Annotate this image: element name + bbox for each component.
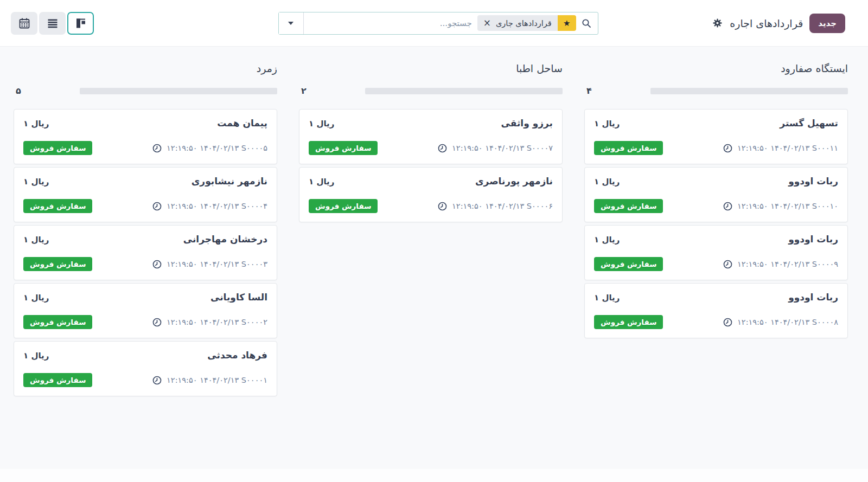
card-amount: ۱ ریال [23, 177, 49, 187]
bottom-scroll-area[interactable] [0, 469, 868, 482]
column-progress-row: ۲ [299, 86, 563, 96]
card-bottom-row: ۱۲:۱۹:۵۰ ۱۴۰۴/۰۲/۱۳ S۰۰۰۰۶ سفارش فروش [309, 199, 553, 213]
calendar-view-button[interactable] [11, 12, 37, 35]
kanban-card[interactable]: درخشان مهاجرانی ۱ ریال ۱۲:۱۹:۵۰ ۱۴۰۴/۰۲/… [14, 225, 277, 280]
kanban-card[interactable]: السا کاویانی ۱ ریال ۱۲:۱۹:۵۰ ۱۴۰۴/۰۲/۱۳ … [14, 283, 277, 338]
card-ref-group: ۱۲:۱۹:۵۰ ۱۴۰۴/۰۲/۱۳ S۰۰۰۱۰ [723, 202, 838, 211]
kanban-card[interactable]: نازمهر نیشابوری ۱ ریال ۱۲:۱۹:۵۰ ۱۴۰۴/۰۲/… [14, 167, 277, 222]
kanban-card[interactable]: ربات اودوو ۱ ریال ۱۲:۱۹:۵۰ ۱۴۰۴/۰۲/۱۳ S۰… [584, 167, 848, 222]
clock-icon [152, 260, 162, 269]
card-datetime-ref: ۱۲:۱۹:۵۰ ۱۴۰۴/۰۲/۱۳ S۰۰۰۰۴ [167, 202, 267, 210]
sales-order-badge[interactable]: سفارش فروش [594, 141, 663, 155]
column-title[interactable]: زمرد [14, 62, 277, 74]
kanban-card[interactable]: برزو واثقی ۱ ریال ۱۲:۱۹:۵۰ ۱۴۰۴/۰۲/۱۳ S۰… [299, 109, 563, 164]
kanban-icon [75, 17, 87, 29]
card-top-row: ربات اودوو ۱ ریال [594, 292, 838, 303]
header-title-group: جدید قراردادهای اجاره [712, 14, 845, 33]
card-amount: ۱ ریال [23, 351, 49, 361]
sales-order-badge[interactable]: سفارش فروش [23, 257, 92, 271]
card-top-row: درخشان مهاجرانی ۱ ریال [23, 234, 267, 245]
sales-order-badge[interactable]: سفارش فروش [309, 199, 378, 213]
card-customer-name: نازمهر نیشابوری [192, 176, 267, 187]
sales-order-badge[interactable]: سفارش فروش [594, 257, 663, 271]
card-ref-group: ۱۲:۱۹:۵۰ ۱۴۰۴/۰۲/۱۳ S۰۰۰۰۳ [152, 260, 267, 269]
card-customer-name: نازمهر پورناصری [475, 176, 553, 187]
caret-down-icon [288, 22, 293, 25]
settings-button[interactable] [712, 17, 723, 29]
card-ref-group: ۱۲:۱۹:۵۰ ۱۴۰۴/۰۲/۱۳ S۰۰۰۰۴ [152, 202, 267, 211]
card-datetime-ref: ۱۲:۱۹:۵۰ ۱۴۰۴/۰۲/۱۳ S۰۰۰۰۲ [167, 318, 267, 326]
card-customer-name: درخشان مهاجرانی [183, 234, 267, 245]
kanban-card[interactable]: ربات اودوو ۱ ریال ۱۲:۱۹:۵۰ ۱۴۰۴/۰۲/۱۳ S۰… [584, 283, 848, 338]
card-amount: ۱ ریال [594, 119, 620, 128]
facet-body: قراردادهای جاری × [477, 15, 558, 31]
card-amount: ۱ ریال [594, 177, 620, 187]
column-progress-bar[interactable] [365, 88, 563, 94]
card-datetime-ref: ۱۲:۱۹:۵۰ ۱۴۰۴/۰۲/۱۳ S۰۰۰۰۹ [737, 260, 838, 268]
column-progress-bar[interactable] [650, 88, 848, 94]
kanban-card[interactable]: نازمهر پورناصری ۱ ریال ۱۲:۱۹:۵۰ ۱۴۰۴/۰۲/… [299, 167, 563, 222]
column-title[interactable]: ساحل اطبا [299, 62, 563, 74]
sales-order-badge[interactable]: سفارش فروش [23, 141, 92, 155]
card-top-row: نازمهر پورناصری ۱ ریال [309, 176, 553, 187]
card-datetime-ref: ۱۲:۱۹:۵۰ ۱۴۰۴/۰۲/۱۳ S۰۰۰۰۶ [452, 202, 553, 210]
sales-order-badge[interactable]: سفارش فروش [594, 199, 663, 213]
search-input[interactable] [304, 12, 477, 34]
search-icon [582, 18, 591, 28]
card-datetime-ref: ۱۲:۱۹:۵۰ ۱۴۰۴/۰۲/۱۳ S۰۰۰۰۵ [167, 144, 267, 152]
card-bottom-row: ۱۲:۱۹:۵۰ ۱۴۰۴/۰۲/۱۳ S۰۰۰۰۸ سفارش فروش [594, 315, 838, 329]
search-area: ★ قراردادهای جاری × [94, 12, 712, 35]
card-ref-group: ۱۲:۱۹:۵۰ ۱۴۰۴/۰۲/۱۳ S۰۰۰۰۱ [152, 376, 267, 385]
clock-icon [152, 318, 162, 327]
card-ref-group: ۱۲:۱۹:۵۰ ۱۴۰۴/۰۲/۱۳ S۰۰۰۰۷ [438, 144, 553, 153]
sales-order-badge[interactable]: سفارش فروش [23, 373, 92, 387]
card-customer-name: پیمان همت [217, 118, 267, 128]
column-progress-row: ۵ [14, 86, 277, 96]
card-ref-group: ۱۲:۱۹:۵۰ ۱۴۰۴/۰۲/۱۳ S۰۰۰۰۵ [152, 144, 267, 153]
card-customer-name: ربات اودوو [788, 292, 838, 303]
card-bottom-row: ۱۲:۱۹:۵۰ ۱۴۰۴/۰۲/۱۳ S۰۰۰۰۹ سفارش فروش [594, 257, 838, 271]
kanban-column: زمرد ۵ پیمان همت ۱ ریال ۱۲:۱۹:۵۰ ۱۴۰۴/۰۲… [14, 62, 277, 399]
facet-label: قراردادهای جاری [496, 19, 552, 28]
card-customer-name: برزو واثقی [501, 118, 553, 128]
card-bottom-row: ۱۲:۱۹:۵۰ ۱۴۰۴/۰۲/۱۳ S۰۰۰۰۱ سفارش فروش [23, 373, 267, 387]
kanban-column: ایستگاه صفارود ۴ تسهیل گستر ۱ ریال ۱۲:۱۹… [584, 62, 848, 341]
sales-order-badge[interactable]: سفارش فروش [23, 315, 92, 329]
card-bottom-row: ۱۲:۱۹:۵۰ ۱۴۰۴/۰۲/۱۳ S۰۰۰۰۴ سفارش فروش [23, 199, 267, 213]
search-facet[interactable]: ★ قراردادهای جاری × [477, 15, 576, 31]
card-bottom-row: ۱۲:۱۹:۵۰ ۱۴۰۴/۰۲/۱۳ S۰۰۰۰۲ سفارش فروش [23, 315, 267, 329]
card-datetime-ref: ۱۲:۱۹:۵۰ ۱۴۰۴/۰۲/۱۳ S۰۰۰۰۷ [452, 144, 553, 152]
card-customer-name: تسهیل گستر [780, 118, 838, 128]
clock-icon [152, 376, 162, 385]
card-datetime-ref: ۱۲:۱۹:۵۰ ۱۴۰۴/۰۲/۱۳ S۰۰۰۱۰ [737, 202, 838, 210]
gear-icon [713, 18, 722, 28]
card-ref-group: ۱۲:۱۹:۵۰ ۱۴۰۴/۰۲/۱۳ S۰۰۰۰۶ [438, 202, 553, 211]
kanban-card[interactable]: ربات اودوو ۱ ریال ۱۲:۱۹:۵۰ ۱۴۰۴/۰۲/۱۳ S۰… [584, 225, 848, 280]
kanban-card[interactable]: تسهیل گستر ۱ ریال ۱۲:۱۹:۵۰ ۱۴۰۴/۰۲/۱۳ S۰… [584, 109, 848, 164]
card-datetime-ref: ۱۲:۱۹:۵۰ ۱۴۰۴/۰۲/۱۳ S۰۰۰۱۱ [737, 144, 838, 152]
column-count: ۴ [584, 86, 592, 96]
clock-icon [152, 144, 162, 153]
card-datetime-ref: ۱۲:۱۹:۵۰ ۱۴۰۴/۰۲/۱۳ S۰۰۰۰۱ [167, 376, 267, 384]
card-bottom-row: ۱۲:۱۹:۵۰ ۱۴۰۴/۰۲/۱۳ S۰۰۰۰۷ سفارش فروش [309, 141, 553, 155]
clock-icon [723, 260, 732, 269]
column-title[interactable]: ایستگاه صفارود [584, 62, 848, 74]
kanban-card[interactable]: پیمان همت ۱ ریال ۱۲:۱۹:۵۰ ۱۴۰۴/۰۲/۱۳ S۰۰… [14, 109, 277, 164]
new-button[interactable]: جدید [809, 14, 845, 33]
card-top-row: ربات اودوو ۱ ریال [594, 176, 838, 187]
kanban-board: ایستگاه صفارود ۴ تسهیل گستر ۱ ریال ۱۲:۱۹… [14, 62, 848, 399]
list-icon [47, 17, 59, 29]
clock-icon [723, 144, 732, 153]
column-progress-bar[interactable] [80, 88, 278, 94]
facet-remove-icon[interactable]: × [483, 18, 491, 28]
list-view-button[interactable] [39, 12, 66, 35]
sales-order-badge[interactable]: سفارش فروش [23, 199, 92, 213]
sales-order-badge[interactable]: سفارش فروش [594, 315, 663, 329]
search-dropdown-toggle[interactable] [279, 12, 304, 34]
sales-order-badge[interactable]: سفارش فروش [309, 141, 378, 155]
card-top-row: فرهاد محدثی ۱ ریال [23, 350, 267, 361]
kanban-card[interactable]: فرهاد محدثی ۱ ریال ۱۲:۱۹:۵۰ ۱۴۰۴/۰۲/۱۳ S… [14, 341, 277, 396]
search-bar[interactable]: ★ قراردادهای جاری × [278, 12, 598, 35]
favorite-star-icon[interactable]: ★ [558, 15, 576, 31]
kanban-view-button[interactable] [67, 12, 94, 35]
